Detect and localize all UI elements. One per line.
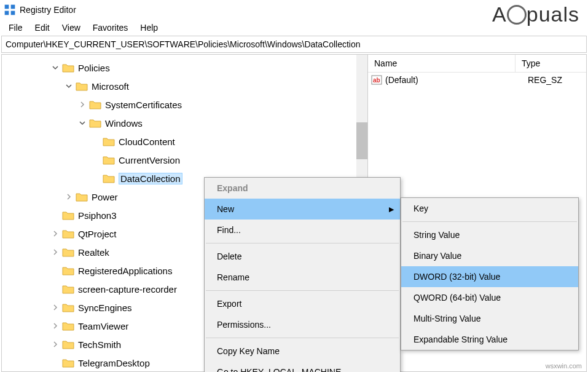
context-submenu-new: Key String Value Binary Value DWORD (32-… (401, 197, 579, 350)
ctx-new-dword[interactable]: DWORD (32-bit) Value (401, 266, 578, 287)
column-name[interactable]: Name (368, 55, 515, 72)
context-separator (206, 290, 399, 291)
ctx-permissions[interactable]: Permissions... (205, 314, 400, 335)
watermark-logo: Apuals (492, 2, 579, 26)
folder-icon (103, 137, 115, 146)
folder-icon (103, 155, 115, 165)
ctx-new-key[interactable]: Key (401, 198, 578, 219)
folder-icon (62, 229, 74, 239)
folder-icon (62, 303, 74, 312)
ctx-goto-hklm[interactable]: Go to HKEY_LOCAL_MACHINE (205, 362, 400, 372)
folder-icon (62, 266, 74, 275)
address-bar[interactable]: Computer\HKEY_CURRENT_USER\SOFTWARE\Poli… (1, 36, 587, 53)
ctx-new-expandable[interactable]: Expandable String Value (401, 329, 578, 350)
folder-icon (76, 192, 88, 202)
watermark-face-icon (507, 5, 527, 25)
credit-text: wsxwin.com (546, 362, 582, 370)
chevron-down-icon[interactable] (65, 82, 73, 90)
ctx-new-string[interactable]: String Value (401, 224, 578, 245)
values-header: Name Type (368, 55, 586, 73)
svg-rect-2 (5, 11, 9, 15)
folder-icon (62, 321, 74, 331)
chevron-right-icon[interactable] (78, 100, 87, 109)
ctx-expand: Expand (205, 178, 400, 199)
chevron-right-icon[interactable] (51, 229, 60, 238)
folder-icon (62, 63, 74, 73)
scrollbar-thumb[interactable] (356, 122, 367, 159)
menu-favorites[interactable]: Favorites (87, 22, 135, 34)
svg-text:ab: ab (373, 77, 380, 84)
folder-icon (62, 210, 74, 220)
tree-node-microsoft[interactable]: Microsoft (39, 77, 367, 95)
svg-rect-1 (11, 5, 15, 9)
ctx-delete[interactable]: Delete (205, 246, 400, 267)
ctx-new[interactable]: New▶ (205, 199, 400, 220)
tree-node-policies[interactable]: Policies (39, 58, 367, 77)
chevron-down-icon[interactable] (51, 63, 60, 72)
value-type: REG_SZ (528, 75, 562, 85)
ctx-new-binary[interactable]: Binary Value (401, 245, 578, 266)
menu-edit[interactable]: Edit (29, 22, 56, 34)
address-path: Computer\HKEY_CURRENT_USER\SOFTWARE\Poli… (6, 39, 361, 49)
context-separator (206, 243, 399, 243)
chevron-right-icon[interactable] (51, 248, 60, 256)
menu-view[interactable]: View (56, 22, 87, 34)
menu-file[interactable]: File (2, 22, 29, 34)
menu-help[interactable]: Help (134, 22, 164, 34)
tree-node-currentversion[interactable]: CurrentVersion (39, 151, 367, 169)
ctx-new-qword[interactable]: QWORD (64-bit) Value (401, 287, 578, 308)
folder-icon (62, 339, 74, 349)
folder-icon (62, 247, 74, 257)
chevron-right-icon[interactable] (51, 340, 60, 349)
ctx-copy-key-name[interactable]: Copy Key Name (205, 341, 400, 362)
chevron-right-icon[interactable] (65, 192, 73, 201)
column-type[interactable]: Type (515, 55, 586, 72)
chevron-down-icon[interactable] (78, 119, 87, 127)
value-name: (Default) (385, 75, 528, 85)
regedit-icon (4, 4, 16, 16)
value-row-default[interactable]: ab (Default) REG_SZ (368, 73, 586, 87)
tree-node-cloudcontent[interactable]: CloudContent (39, 132, 367, 151)
ctx-find[interactable]: Find... (205, 220, 400, 240)
context-menu: Expand New▶ Find... Delete Rename Export… (204, 177, 401, 372)
context-separator (402, 221, 577, 222)
chevron-right-icon[interactable] (51, 303, 60, 312)
svg-rect-0 (5, 5, 9, 9)
chevron-right-icon[interactable] (51, 322, 60, 330)
folder-icon (103, 173, 115, 183)
tree-node-windows[interactable]: Windows (39, 114, 367, 132)
folder-icon (89, 118, 101, 128)
tree-node-systemcertificates[interactable]: SystemCertificates (39, 95, 367, 114)
folder-icon (62, 284, 74, 294)
folder-icon (89, 100, 101, 109)
string-value-icon: ab (370, 74, 383, 86)
context-separator (206, 338, 399, 338)
window-title: Registry Editor (20, 5, 76, 15)
svg-rect-3 (11, 11, 15, 15)
folder-icon (76, 81, 88, 91)
submenu-arrow-icon: ▶ (389, 205, 394, 213)
ctx-new-multistring[interactable]: Multi-String Value (401, 308, 578, 329)
ctx-rename[interactable]: Rename (205, 267, 400, 288)
folder-icon (62, 358, 74, 368)
ctx-export[interactable]: Export (205, 293, 400, 314)
